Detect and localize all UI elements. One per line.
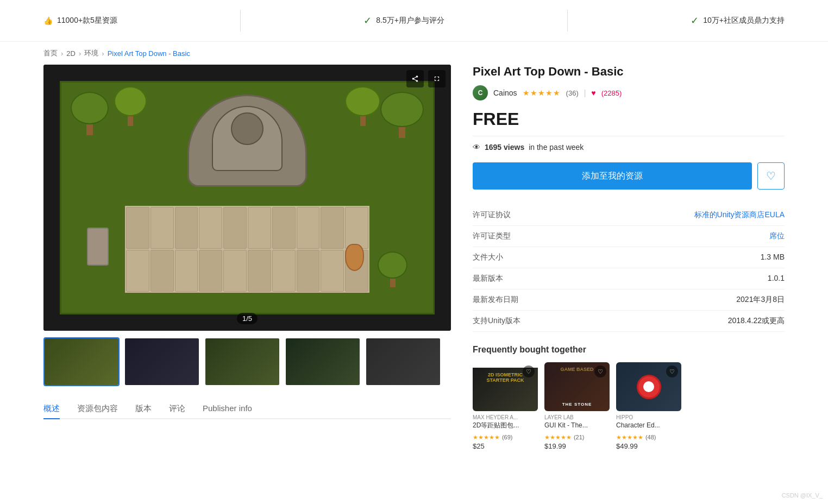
thumbnail-5[interactable] [365, 337, 441, 386]
share-button[interactable] [406, 70, 424, 87]
freq-heart-2[interactable]: ♡ [594, 366, 606, 377]
breadcrumb-home[interactable]: 首页 [43, 48, 58, 58]
rating-count: (36) [566, 89, 579, 97]
type-value[interactable]: 席位 [769, 231, 785, 241]
main-layout: 1/5 概述 资源包内容 版本 评论 Publisher info Pixel … [0, 65, 828, 472]
freq-item-1: 2D ISOMETRICSTARTER PACK ♡ MAX HEYDER A.… [473, 362, 538, 450]
freq-title: Frequently bought together [473, 345, 785, 355]
license-value[interactable]: 标准的Unity资源商店EULA [694, 210, 785, 220]
freq-rating-row-1: ★★★★★ (69) [473, 432, 538, 441]
price-tag: FREE [473, 109, 785, 129]
frequently-bought-section: Frequently bought together 2D ISOMETRICS… [473, 345, 785, 450]
unity-label: 支持Unity版本 [473, 316, 520, 326]
check-icon-2: ✓ [691, 15, 699, 27]
thumbnails [43, 337, 451, 386]
info-row-release: 最新发布日期 2021年3月8日 [473, 289, 785, 311]
action-row: 添加至我的资源 ♡ [473, 162, 785, 190]
freq-heart-3[interactable]: ♡ [666, 366, 678, 377]
freq-price-1: $25 [473, 442, 538, 450]
info-row-type: 许可证类型 席位 [473, 226, 785, 247]
release-value: 2021年3月8日 [736, 295, 785, 305]
author-row: C Cainos ★★★★★ (36) | ♥ (2285) [473, 85, 785, 100]
type-label: 许可证类型 [473, 231, 511, 241]
stat-1: 👍 11000+款5星资源 [43, 16, 117, 26]
breadcrumb-cat[interactable]: 2D [66, 49, 76, 58]
freq-stars-1: ★★★★★ [473, 434, 500, 440]
freq-stars-3: ★★★★★ [616, 434, 643, 440]
views-row: 👁 1695 views in the past week [473, 143, 785, 152]
tab-overview[interactable]: 概述 [43, 404, 60, 419]
views-suffix: in the past week [529, 143, 584, 152]
freq-rating-row-3: ★★★★★ (48) [616, 432, 681, 441]
freq-name-1: 2D等距贴图包... [473, 421, 538, 430]
freq-stars-2: ★★★★★ [544, 434, 572, 440]
right-column: Pixel Art Top Down - Basic C Cainos ★★★★… [473, 65, 785, 450]
sep-1: › [61, 49, 63, 58]
info-row-license: 许可证协议 标准的Unity资源商店EULA [473, 205, 785, 226]
stat-3: ✓ 10万+社区成员鼎力支持 [691, 15, 785, 27]
version-label: 最新版本 [473, 274, 503, 284]
thumbnail-3[interactable] [204, 337, 280, 386]
divider-2 [567, 10, 568, 32]
heart-btn-icon: ♡ [766, 169, 776, 182]
stat-1-text: 11000+款5星资源 [57, 16, 117, 26]
game-scene [43, 65, 451, 331]
image-counter: 1/5 [237, 313, 258, 324]
stat-2-text: 8.5万+用户参与评分 [376, 16, 444, 26]
info-row-version: 最新版本 1.0.1 [473, 268, 785, 289]
thumb-img-4 [286, 338, 360, 385]
breadcrumb: 首页 › 2D › 环境 › Pixel Art Top Down - Basi… [0, 42, 828, 65]
tab-reviews[interactable]: 评论 [169, 404, 185, 419]
author-name: Cainos [493, 89, 517, 97]
thumb-img-1 [45, 338, 118, 385]
thumbnail-1[interactable] [43, 337, 120, 386]
freq-img-container-3[interactable]: ♡ [616, 362, 681, 411]
freq-rating-2: (21) [574, 434, 585, 440]
freq-publisher-3: HIPPO [616, 414, 681, 420]
version-value: 1.0.1 [768, 274, 785, 284]
sep-2: › [79, 49, 81, 58]
freq-name-2: GUI Kit - The... [544, 421, 610, 430]
tab-publisher[interactable]: Publisher info [203, 404, 252, 419]
freq-item-3: ♡ HIPPO Character Ed... ★★★★★ (48) $49.9… [616, 362, 681, 450]
info-table: 许可证协议 标准的Unity资源商店EULA 许可证类型 席位 文件大小 1.3… [473, 205, 785, 332]
freq-rating-3: (48) [645, 434, 656, 440]
size-label: 文件大小 [473, 253, 503, 262]
freq-publisher-1: MAX HEYDER A... [473, 414, 538, 420]
thumb-img-2 [125, 338, 199, 385]
info-row-size: 文件大小 1.3 MB [473, 247, 785, 268]
freq-name-3: Character Ed... [616, 421, 681, 430]
license-label: 许可证协议 [473, 210, 511, 220]
thumb-img-3 [205, 338, 279, 385]
thumbnail-2[interactable] [124, 337, 200, 386]
main-image-container: 1/5 [43, 65, 451, 331]
info-row-unity: 支持Unity版本 2018.4.22或更高 [473, 311, 785, 332]
thumb-img-5 [366, 338, 440, 385]
freq-price-3: $49.99 [616, 442, 681, 450]
stat-3-text: 10万+社区成员鼎力支持 [703, 16, 785, 26]
thumbnail-4[interactable] [285, 337, 361, 386]
left-column: 1/5 概述 资源包内容 版本 评论 Publisher info [43, 65, 451, 450]
divider [473, 136, 785, 136]
heart-icon: ♥ [591, 89, 595, 97]
freq-publisher-2: LAYER LAB [544, 414, 610, 420]
fullscreen-button[interactable] [428, 70, 446, 87]
wishlist-button[interactable]: ♡ [757, 162, 785, 190]
freq-heart-1[interactable]: ♡ [523, 366, 535, 377]
unity-value: 2018.4.22或更高 [728, 316, 785, 326]
freq-item-2: THE STONE GAME BASED ♡ LAYER LAB GUI Kit… [544, 362, 610, 450]
add-to-my-assets-button[interactable]: 添加至我的资源 [473, 162, 752, 190]
freq-img-container-2[interactable]: THE STONE GAME BASED ♡ [544, 362, 610, 411]
tab-content[interactable]: 资源包内容 [77, 404, 118, 419]
heart-count: (2285) [601, 89, 622, 97]
freq-img-container-1[interactable]: 2D ISOMETRICSTARTER PACK ♡ [473, 362, 538, 411]
eye-icon: 👁 [473, 143, 480, 152]
stat-2: ✓ 8.5万+用户参与评分 [363, 15, 444, 27]
release-label: 最新发布日期 [473, 295, 518, 305]
freq-price-2: $19.99 [544, 442, 610, 450]
separator: | [584, 89, 586, 97]
avatar: C [473, 85, 488, 100]
tab-versions[interactable]: 版本 [135, 404, 152, 419]
check-icon-1: ✓ [363, 15, 372, 27]
breadcrumb-subcat[interactable]: 环境 [84, 48, 98, 58]
